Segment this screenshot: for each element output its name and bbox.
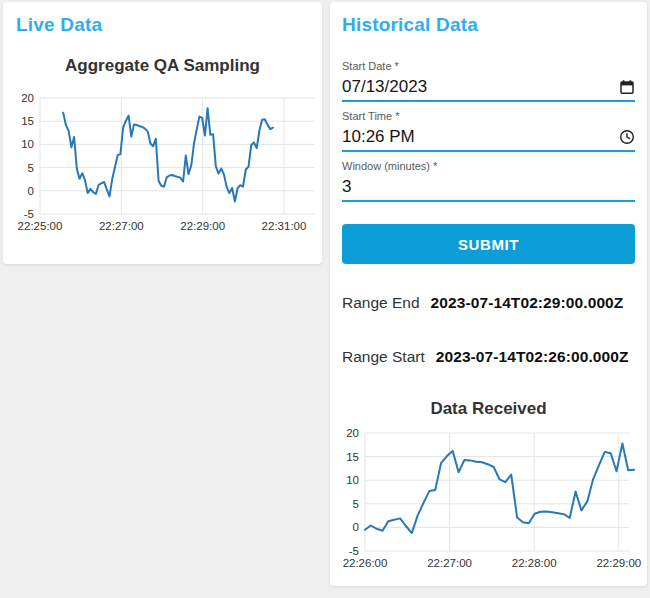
svg-text:20: 20 — [21, 92, 34, 104]
range-end-label: Range End — [342, 294, 420, 312]
svg-text:15: 15 — [346, 451, 359, 463]
start-time-field: Start Time * 10:26 PM — [342, 108, 635, 152]
svg-text:22:26:00: 22:26:00 — [342, 557, 387, 569]
historical-data-title: Historical Data — [342, 14, 647, 36]
window-minutes-input[interactable]: 3 — [342, 176, 351, 197]
aggregate-qa-chart: Aggregate QA Sampling 20151050-522:25:00… — [3, 56, 322, 242]
svg-text:15: 15 — [21, 115, 34, 127]
historical-data-panel: Historical Data Start Date * 07/13/2023 … — [330, 2, 647, 586]
clock-icon[interactable] — [619, 129, 635, 145]
start-time-label: Start Time * — [342, 108, 635, 123]
start-date-field: Start Date * 07/13/2023 — [342, 58, 635, 102]
window-minutes-label: Window (minutes) * — [342, 158, 635, 173]
data-received-chart-canvas[interactable]: 20151050-522:26:0022:27:0022:28:0022:29:… — [343, 427, 635, 581]
aggregate-qa-chart-title: Aggregate QA Sampling — [3, 56, 322, 76]
start-date-label: Start Date * — [342, 58, 635, 73]
svg-text:22:29:00: 22:29:00 — [596, 557, 641, 569]
aggregate-qa-chart-canvas[interactable]: 20151050-522:25:0022:27:0022:29:0022:31:… — [10, 92, 316, 242]
range-start-label: Range Start — [342, 348, 425, 366]
calendar-icon[interactable] — [619, 79, 635, 95]
live-data-title: Live Data — [16, 14, 322, 36]
svg-text:22:31:00: 22:31:00 — [261, 220, 306, 232]
svg-text:0: 0 — [352, 521, 358, 533]
svg-text:22:28:00: 22:28:00 — [511, 557, 556, 569]
svg-text:0: 0 — [27, 185, 33, 197]
svg-text:10: 10 — [21, 138, 34, 150]
svg-text:5: 5 — [27, 162, 33, 174]
start-time-input[interactable]: 10:26 PM — [342, 126, 415, 147]
range-end-row: Range End 2023-07-14T02:29:00.000Z — [342, 294, 635, 312]
svg-text:22:29:00: 22:29:00 — [180, 220, 225, 232]
data-received-chart-title: Data Received — [342, 399, 635, 419]
live-data-panel: Live Data Aggregate QA Sampling 20151050… — [3, 2, 322, 264]
svg-text:-5: -5 — [23, 208, 33, 220]
svg-text:22:27:00: 22:27:00 — [427, 557, 472, 569]
historical-form: Start Date * 07/13/2023 Start Time * 10:… — [330, 58, 647, 581]
range-end-value: 2023-07-14T02:29:00.000Z — [431, 294, 624, 312]
window-minutes-field: Window (minutes) * 3 — [342, 158, 635, 202]
svg-text:10: 10 — [346, 474, 359, 486]
svg-text:22:27:00: 22:27:00 — [98, 220, 143, 232]
start-date-input[interactable]: 07/13/2023 — [342, 76, 427, 97]
range-start-value: 2023-07-14T02:26:00.000Z — [436, 348, 629, 366]
submit-button[interactable]: SUBMIT — [342, 224, 635, 264]
data-received-chart: Data Received 20151050-522:26:0022:27:00… — [342, 399, 635, 581]
svg-text:5: 5 — [352, 498, 358, 510]
range-start-row: Range Start 2023-07-14T02:26:00.000Z — [342, 348, 635, 366]
svg-text:-5: -5 — [348, 545, 358, 557]
svg-text:20: 20 — [346, 427, 359, 439]
svg-text:22:25:00: 22:25:00 — [17, 220, 62, 232]
